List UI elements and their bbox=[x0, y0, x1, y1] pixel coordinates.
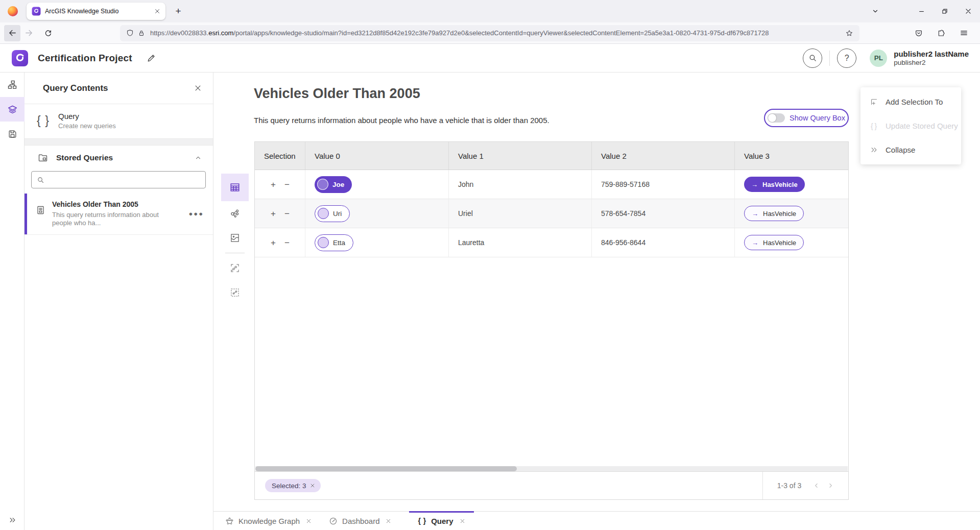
add-selection-icon bbox=[869, 98, 878, 106]
rail-item-data-model[interactable] bbox=[0, 73, 25, 97]
dashboard-gauge-icon bbox=[329, 517, 338, 525]
table-row[interactable]: + − Etta Lauretta 846-956-8644 →HasVehic… bbox=[255, 228, 848, 257]
bookmark-star-icon[interactable] bbox=[845, 29, 853, 37]
extensions-icon[interactable] bbox=[933, 25, 949, 41]
window-minimize-button[interactable] bbox=[910, 1, 933, 21]
app-header: Certification Project ? PL publisher2 la… bbox=[0, 44, 980, 73]
back-button[interactable] bbox=[4, 25, 20, 41]
entity-pill[interactable]: Etta bbox=[315, 234, 353, 251]
remove-from-selection-icon[interactable]: − bbox=[284, 180, 290, 189]
tab-dashboard[interactable]: Dashboard bbox=[320, 512, 400, 530]
braces-icon: { } bbox=[37, 114, 58, 128]
entity-dot-icon bbox=[318, 237, 329, 248]
hamburger-menu-icon[interactable] bbox=[955, 25, 972, 41]
previous-page-icon[interactable] bbox=[813, 482, 820, 489]
results-table: Selection Value 0 Value 1 Value 2 Value … bbox=[254, 141, 849, 500]
stored-queries-search[interactable] bbox=[31, 171, 206, 188]
folder-icon bbox=[38, 153, 48, 163]
tab-close-icon[interactable] bbox=[306, 518, 312, 524]
window-restore-button[interactable] bbox=[933, 1, 957, 21]
pagination: 1-3 of 3 bbox=[762, 472, 848, 499]
window-close-button[interactable] bbox=[957, 1, 980, 21]
table-header-row: Selection Value 0 Value 1 Value 2 Value … bbox=[255, 142, 848, 170]
next-page-icon[interactable] bbox=[827, 482, 834, 489]
map-view-button[interactable] bbox=[221, 226, 249, 250]
clear-selection-button[interactable] bbox=[221, 280, 249, 305]
new-tab-button[interactable]: + bbox=[171, 4, 186, 19]
horizontal-scrollbar[interactable] bbox=[255, 466, 848, 471]
remove-from-selection-icon[interactable]: − bbox=[284, 238, 290, 247]
firefox-view-button[interactable] bbox=[5, 4, 20, 19]
column-header-value3[interactable]: Value 3 bbox=[735, 142, 848, 170]
rail-item-contents[interactable] bbox=[0, 97, 25, 122]
tab-list-chevron-icon[interactable] bbox=[864, 1, 887, 21]
content-tab-bar: Knowledge Graph Dashboard { } Query bbox=[213, 511, 980, 530]
browser-tab[interactable]: ArcGIS Knowledge Studio bbox=[27, 3, 165, 20]
panel-title: Query Contents bbox=[43, 83, 108, 93]
tab-query[interactable]: { } Query bbox=[409, 512, 473, 530]
column-header-value0[interactable]: Value 0 bbox=[305, 142, 449, 170]
tab-close-icon[interactable] bbox=[386, 518, 391, 524]
scrollbar-thumb[interactable] bbox=[255, 466, 517, 471]
table-empty-area bbox=[255, 257, 848, 466]
section-divider bbox=[25, 138, 213, 146]
add-to-selection-icon[interactable]: + bbox=[271, 180, 276, 189]
add-to-selection-icon[interactable]: + bbox=[271, 238, 276, 247]
column-header-value2[interactable]: Value 2 bbox=[592, 142, 735, 170]
user-avatar[interactable]: PL bbox=[870, 50, 887, 67]
column-header-selection[interactable]: Selection bbox=[255, 142, 305, 170]
forward-button[interactable] bbox=[20, 25, 37, 41]
link-chart-view-button[interactable] bbox=[221, 201, 249, 226]
panel-close-icon[interactable] bbox=[194, 84, 202, 92]
entity-pill[interactable]: Uri bbox=[315, 205, 350, 222]
reload-button[interactable] bbox=[40, 25, 56, 41]
relationship-pill[interactable]: →HasVehicle bbox=[744, 177, 805, 192]
query-description: This query returns information about peo… bbox=[254, 116, 549, 125]
stored-query-description: This query returns information about peo… bbox=[52, 211, 159, 227]
rail-expand-button[interactable] bbox=[0, 516, 25, 524]
menu-item-collapse[interactable]: Collapse bbox=[861, 138, 961, 162]
tab-close-icon[interactable] bbox=[460, 518, 465, 524]
edit-title-pencil-icon[interactable] bbox=[147, 53, 156, 63]
show-query-box-toggle[interactable]: Show Query Box bbox=[764, 109, 849, 127]
options-context-menu: Add Selection To { } Update Stored Query… bbox=[861, 87, 961, 164]
item-options-ellipsis-icon[interactable]: ●●● bbox=[188, 210, 204, 218]
table-view-button[interactable] bbox=[221, 174, 249, 201]
chevron-up-icon[interactable] bbox=[195, 154, 202, 161]
toggle-track[interactable] bbox=[768, 113, 785, 123]
entity-pill[interactable]: Joe bbox=[315, 176, 352, 193]
results-view-toolbar bbox=[221, 174, 249, 305]
table-row[interactable]: + − Joe John 759-889-57168 →HasVehicle bbox=[255, 170, 848, 199]
relationship-pill[interactable]: →HasVehicle bbox=[744, 206, 804, 221]
column-header-value1[interactable]: Value 1 bbox=[449, 142, 592, 170]
tab-knowledge-graph[interactable]: Knowledge Graph bbox=[217, 512, 320, 530]
app-favicon-icon bbox=[32, 7, 41, 16]
stored-queries-header[interactable]: Stored Queries bbox=[25, 146, 213, 170]
menu-item-update-stored-query[interactable]: { } Update Stored Query bbox=[861, 114, 961, 138]
url-bar[interactable]: https://dev0028833.esri.com/portal/apps/… bbox=[120, 25, 859, 41]
stored-query-item[interactable]: Vehicles Older Than 2005 This query retu… bbox=[25, 194, 213, 235]
relationship-pill[interactable]: →HasVehicle bbox=[744, 235, 804, 250]
remove-from-selection-icon[interactable]: − bbox=[284, 209, 290, 218]
clear-selected-icon[interactable] bbox=[310, 483, 315, 488]
rail-item-saved[interactable] bbox=[0, 122, 25, 146]
stored-queries-title: Stored Queries bbox=[56, 153, 113, 162]
menu-item-add-selection-to[interactable]: Add Selection To bbox=[861, 90, 961, 114]
query-title: Vehicles Older Than 2005 bbox=[254, 86, 420, 102]
search-button[interactable] bbox=[803, 49, 822, 68]
stored-queries-search-input[interactable] bbox=[49, 176, 200, 184]
new-query-item[interactable]: { } Query Create new queries bbox=[25, 104, 213, 138]
query-item-title: Query bbox=[58, 112, 116, 121]
pagination-label: 1-3 of 3 bbox=[777, 481, 801, 490]
pocket-icon[interactable] bbox=[911, 25, 927, 41]
help-button[interactable]: ? bbox=[837, 49, 856, 68]
tracking-shield-icon[interactable] bbox=[126, 29, 134, 37]
selected-count-chip[interactable]: Selected: 3 bbox=[265, 479, 321, 492]
left-icon-rail bbox=[0, 73, 25, 530]
user-info[interactable]: publisher2 lastName publisher2 bbox=[894, 50, 969, 67]
add-to-selection-icon[interactable]: + bbox=[271, 209, 276, 218]
lock-icon[interactable] bbox=[138, 30, 145, 37]
table-row[interactable]: + − Uri Uriel 578-654-7854 →HasVehicle bbox=[255, 199, 848, 228]
tab-close-icon[interactable] bbox=[154, 8, 160, 14]
select-results-button[interactable] bbox=[221, 256, 249, 280]
